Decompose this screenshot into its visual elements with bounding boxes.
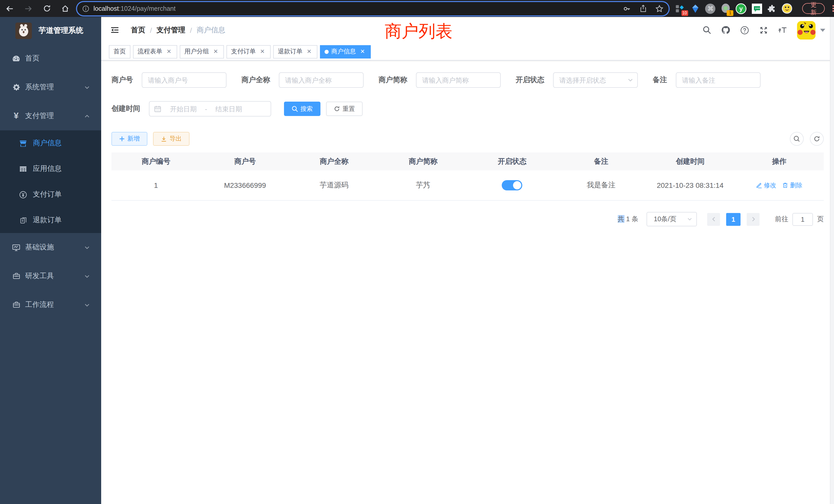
export-button[interactable]: 导出 (153, 132, 190, 146)
search-button[interactable]: 搜索 (284, 101, 321, 116)
close-icon[interactable]: ✕ (212, 48, 219, 55)
header-search-icon[interactable] (702, 25, 711, 35)
extension-tabs-icon[interactable]: 10 (675, 3, 685, 14)
chevron-down-icon (84, 245, 90, 250)
user-menu[interactable] (797, 21, 825, 39)
github-icon[interactable] (721, 25, 730, 35)
column-header: 商户全称 (290, 153, 379, 170)
extension-chat-icon[interactable] (751, 3, 762, 14)
sidebar-item-label: 基础设施 (25, 243, 54, 252)
browser-home-icon[interactable] (61, 4, 70, 13)
create-time-range-picker[interactable]: - (149, 101, 271, 116)
browser-forward-icon[interactable] (24, 4, 33, 13)
start-date-input[interactable] (165, 105, 202, 113)
password-key-icon[interactable] (623, 4, 631, 13)
sidebar-item-dev-tools[interactable]: 研发工具 (0, 262, 101, 291)
merchant-full-name-input[interactable] (279, 72, 364, 88)
svg-text:y: y (740, 5, 743, 12)
field-label: 商户全称 (241, 75, 270, 85)
calendar-icon (154, 105, 161, 112)
add-button[interactable]: 新增 (111, 132, 147, 146)
next-page-button[interactable] (747, 213, 760, 226)
dashboard-icon (12, 54, 21, 63)
yen-circle-icon (19, 190, 27, 199)
tab-process-form[interactable]: 流程表单✕ (133, 45, 177, 58)
close-icon[interactable]: ✕ (359, 48, 366, 55)
close-icon[interactable]: ✕ (259, 48, 266, 55)
tab-user-group[interactable]: 用户分组✕ (180, 45, 224, 58)
extension-badge: 1 (727, 10, 733, 16)
remark-input[interactable] (676, 72, 761, 88)
field-label: 商户号 (111, 75, 133, 85)
breadcrumb-payment[interactable]: 支付管理 (157, 25, 185, 35)
sidebar-item-payment[interactable]: ¥ 支付管理 (0, 101, 101, 130)
sidebar-item-system[interactable]: 系统管理 (0, 73, 101, 101)
cell-remark: 我是备注 (557, 170, 646, 200)
extension-command-icon[interactable]: ⌘ (705, 3, 716, 14)
breadcrumb: 首页 / 支付管理 / 商户信息 (131, 25, 225, 35)
extension-yudao-icon[interactable]: y (736, 3, 747, 14)
sidebar-item-pay-orders[interactable]: 支付订单 (0, 182, 101, 207)
sidebar-item-refund-orders[interactable]: 退款订单 (0, 207, 101, 233)
cell-create-time: 2021-10-23 08:31:14 (646, 170, 735, 200)
status-select[interactable] (553, 72, 638, 88)
font-size-icon[interactable] (778, 25, 787, 35)
browser-menu-icon[interactable] (832, 5, 834, 12)
show-search-button[interactable] (790, 132, 804, 146)
bookmark-star-icon[interactable] (655, 4, 663, 13)
breadcrumb-home[interactable]: 首页 (131, 25, 145, 35)
annotation-merchant-list: 商户列表 (385, 20, 453, 43)
tab-refund-orders[interactable]: 退款订单✕ (273, 45, 317, 58)
breadcrumb-separator: / (150, 26, 152, 34)
yen-icon: ¥ (12, 112, 21, 120)
delete-link[interactable]: 删除 (783, 181, 803, 190)
sidebar-item-app-info[interactable]: 应用信息 (0, 156, 101, 182)
close-icon[interactable]: ✕ (166, 48, 173, 55)
column-header: 操作 (734, 153, 824, 170)
sidebar-item-home[interactable]: 首页 (0, 44, 101, 73)
breadcrumb-current: 商户信息 (197, 25, 225, 35)
tab-home[interactable]: 首页 (109, 45, 130, 58)
help-icon[interactable] (740, 25, 749, 35)
monitor-icon (12, 243, 21, 252)
browser-reload-icon[interactable] (42, 4, 51, 13)
browser-scrollbar[interactable] (830, 17, 834, 504)
tab-pay-orders[interactable]: 支付订单✕ (226, 45, 271, 58)
sidebar-item-label: 应用信息 (33, 164, 62, 174)
toggle-knob (513, 181, 521, 189)
extension-profile-icon[interactable]: 1 (720, 3, 731, 14)
sidebar-item-merchant-info[interactable]: 商户信息 (0, 130, 101, 156)
reset-button[interactable]: 重置 (326, 101, 363, 116)
sidebar-item-label: 首页 (25, 54, 40, 63)
sidebar-item-workflow[interactable]: 工作流程 (0, 291, 101, 319)
prev-page-button[interactable] (707, 213, 720, 226)
site-info-icon[interactable] (82, 5, 89, 12)
tab-merchant-info[interactable]: 商户信息✕ (320, 45, 371, 58)
sidebar-fold-icon[interactable] (110, 25, 120, 35)
merchant-short-name-input[interactable] (416, 72, 501, 88)
goto-page-input[interactable] (792, 213, 813, 226)
browser-toolbar: localhost:1024/pay/merchant 10 (0, 0, 834, 17)
column-header: 商户号 (200, 153, 290, 170)
date-separator: - (205, 105, 207, 113)
browser-back-icon[interactable] (5, 4, 14, 13)
filter-row-1: 商户号 商户全称 商户简称 开启状态 (111, 72, 824, 88)
sidebar-item-infrastructure[interactable]: 基础设施 (0, 233, 101, 262)
page-size-select[interactable]: 10条/页 (646, 212, 697, 226)
page-number-current[interactable]: 1 (726, 213, 741, 226)
address-bar[interactable]: localhost:1024/pay/merchant (77, 2, 668, 15)
browser-profile-avatar[interactable] (782, 3, 793, 14)
close-icon[interactable]: ✕ (306, 48, 313, 55)
app-logo-row[interactable]: 芋道管理系统 (0, 17, 101, 44)
extension-gem-icon[interactable] (690, 3, 701, 14)
sidebar-item-label: 商户信息 (33, 139, 62, 148)
end-date-input[interactable] (210, 105, 247, 113)
edit-link[interactable]: 修改 (756, 181, 776, 190)
chrome-update-button[interactable]: 更新 (803, 3, 825, 14)
fullscreen-icon[interactable] (759, 25, 768, 35)
merchant-no-input[interactable] (142, 72, 226, 88)
extensions-puzzle-icon[interactable] (767, 3, 777, 14)
share-icon[interactable] (639, 5, 647, 12)
refresh-button[interactable] (810, 132, 824, 146)
status-toggle[interactable] (502, 180, 522, 190)
